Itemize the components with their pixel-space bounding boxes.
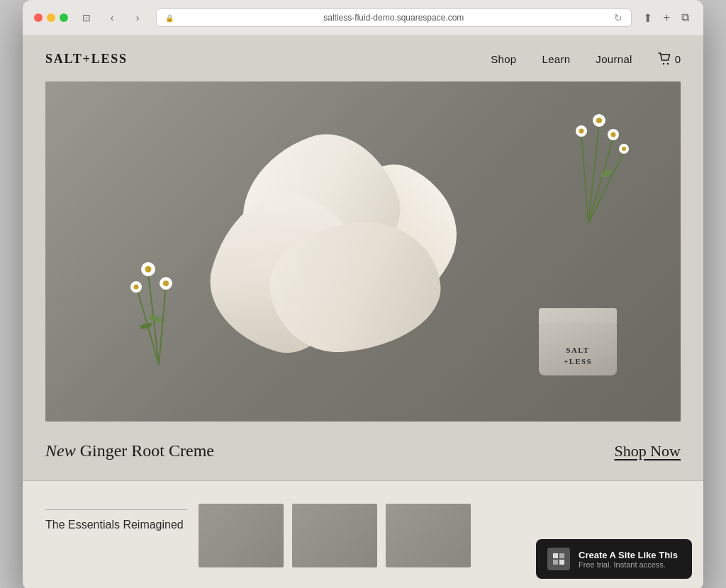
cart-count: 0 <box>675 53 681 65</box>
nav-learn[interactable]: Learn <box>542 53 570 65</box>
nav-shop[interactable]: Shop <box>491 53 516 65</box>
back-button[interactable]: ‹ <box>102 10 122 26</box>
maximize-button[interactable] <box>60 13 68 22</box>
create-subtext: Free trial. Instant access. <box>579 560 678 569</box>
svg-point-13 <box>579 129 584 134</box>
svg-point-1 <box>666 63 668 64</box>
hero-image: SALT +LESS <box>45 81 681 422</box>
essentials-label: The Essentials Reimagined <box>45 509 187 531</box>
svg-point-9 <box>611 132 616 137</box>
svg-rect-26 <box>553 553 558 558</box>
minimize-button[interactable] <box>47 13 55 22</box>
site-nav: Shop Learn Journal 0 <box>491 52 681 65</box>
svg-point-23 <box>134 285 139 290</box>
svg-rect-29 <box>559 560 564 565</box>
svg-point-25 <box>139 322 152 329</box>
hero-caption: New Ginger Root Creme Shop Now <box>23 422 703 481</box>
essentials-text: The Essentials Reimagined <box>45 504 187 531</box>
tabs-button[interactable]: ⧉ <box>678 10 692 26</box>
svg-line-2 <box>588 124 599 223</box>
hero-title-rest: Ginger Root Creme <box>80 441 214 460</box>
cream-jar: SALT +LESS <box>539 308 624 379</box>
foam-sculpture <box>199 110 497 393</box>
site-header: SALT+LESS Shop Learn Journal 0 <box>23 36 703 81</box>
shop-now-button[interactable]: Shop Now <box>614 442 681 460</box>
browser-actions: ⬆ + ⧉ <box>640 10 692 26</box>
browser-chrome: ⊡ ‹ › 🔒 saltless-fluid-demo.squarespace.… <box>23 0 703 36</box>
create-headline: Create A Site Like This <box>579 550 678 560</box>
product-thumb-2[interactable] <box>292 504 377 567</box>
svg-line-5 <box>581 135 588 223</box>
traffic-lights <box>34 13 68 22</box>
jar-label: SALT +LESS <box>564 345 592 367</box>
svg-point-19 <box>145 266 152 273</box>
nav-journal[interactable]: Journal <box>596 53 632 65</box>
refresh-button[interactable]: ↻ <box>614 12 622 23</box>
hero-title-italic: New <box>45 441 76 460</box>
product-thumb-1[interactable] <box>199 504 284 567</box>
hero-title: New Ginger Root Creme <box>45 441 214 460</box>
svg-line-16 <box>159 287 166 365</box>
cart-svg-icon <box>658 52 672 65</box>
svg-point-0 <box>662 63 664 64</box>
browser-window: ⊡ ‹ › 🔒 saltless-fluid-demo.squarespace.… <box>23 0 703 588</box>
create-text: Create A Site Like This Free trial. Inst… <box>579 550 678 569</box>
sidebar-toggle-button[interactable]: ⊡ <box>77 10 96 26</box>
cart-icon[interactable]: 0 <box>658 52 681 65</box>
bottom-section-wrapper: The Essentials Reimagined <box>23 481 703 588</box>
svg-rect-27 <box>559 553 564 558</box>
svg-point-21 <box>163 281 169 286</box>
website-content: SALT+LESS Shop Learn Journal 0 <box>23 36 703 588</box>
address-bar[interactable]: 🔒 saltless-fluid-demo.squarespace.com ↻ <box>156 9 632 27</box>
svg-rect-28 <box>553 560 558 565</box>
squarespace-icon <box>547 548 570 570</box>
close-button[interactable] <box>34 13 43 22</box>
share-button[interactable]: ⬆ <box>640 10 655 26</box>
site-logo[interactable]: SALT+LESS <box>45 52 128 67</box>
lock-icon: 🔒 <box>165 14 174 22</box>
svg-point-24 <box>147 314 163 324</box>
svg-point-11 <box>622 147 626 151</box>
browser-controls: ⊡ ‹ › <box>77 10 147 26</box>
hero-image-container: SALT +LESS <box>45 81 681 422</box>
forward-button[interactable]: › <box>128 10 147 26</box>
svg-point-7 <box>596 118 602 123</box>
flowers-left <box>116 251 201 365</box>
product-thumb-3[interactable] <box>386 504 471 567</box>
flowers-right <box>560 96 645 223</box>
jar-body: SALT +LESS <box>539 322 617 375</box>
url-text: saltless-fluid-demo.squarespace.com <box>178 13 610 23</box>
create-site-banner[interactable]: Create A Site Like This Free trial. Inst… <box>536 539 692 579</box>
new-tab-button[interactable]: + <box>661 10 673 26</box>
